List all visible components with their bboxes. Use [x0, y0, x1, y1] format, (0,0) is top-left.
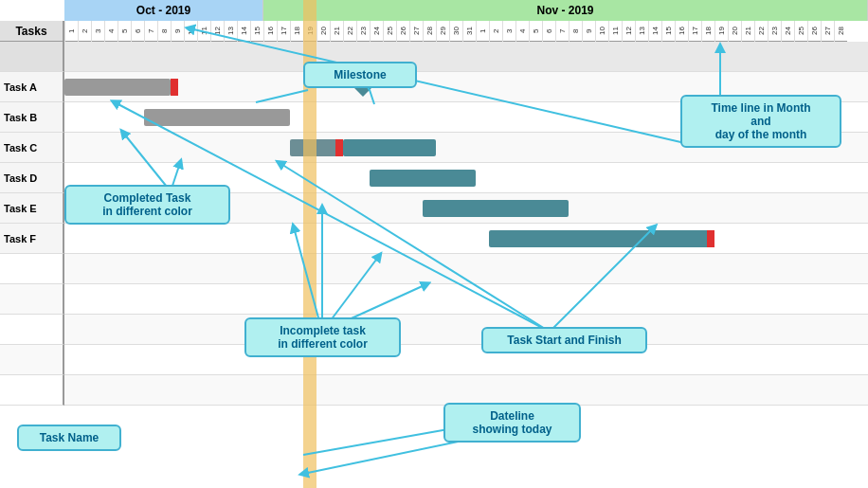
grid-row-header: [64, 42, 868, 72]
day-oct-17: 17: [277, 21, 290, 42]
day-oct-6: 6: [131, 21, 144, 42]
day-nov-17: 17: [688, 21, 701, 42]
bar-f: [489, 230, 714, 247]
bar-a-complete: [64, 79, 171, 96]
day-nov-12: 12: [622, 21, 635, 42]
day-header-row: 1234567891011121314151617181920212223242…: [64, 21, 847, 42]
task-label-extra2: [0, 284, 64, 315]
day-oct-23: 23: [356, 21, 370, 42]
day-nov-8: 8: [569, 21, 582, 42]
gantt-chart: Oct - 2019 Nov - 2019 Tasks 123456789101…: [0, 0, 868, 488]
day-oct-22: 22: [343, 21, 356, 42]
day-oct-2: 2: [78, 21, 91, 42]
day-oct-28: 28: [423, 21, 436, 42]
day-nov-11: 11: [608, 21, 622, 42]
task-label-d: Task D: [0, 163, 64, 193]
day-nov-21: 21: [741, 21, 754, 42]
grid-row-empty-1: [64, 254, 868, 284]
day-nov-26: 26: [807, 21, 821, 42]
task-label-extra1: [0, 254, 64, 284]
day-nov-19: 19: [714, 21, 728, 42]
day-oct-21: 21: [330, 21, 343, 42]
day-oct-26: 26: [396, 21, 409, 42]
callout-task-name: Task Name: [17, 425, 121, 451]
day-oct-8: 8: [157, 21, 171, 42]
grid-row-empty-3: [64, 315, 868, 345]
day-oct-27: 27: [409, 21, 423, 42]
day-oct-15: 15: [250, 21, 263, 42]
task-label-e: Task E: [0, 193, 64, 224]
day-nov-13: 13: [635, 21, 648, 42]
grid-row-empty-2: [64, 284, 868, 315]
day-nov-7: 7: [555, 21, 569, 42]
month-nov: Nov - 2019: [263, 0, 868, 21]
task-label-column: Task A Task B Task C Task D Task E Task …: [0, 42, 64, 406]
day-oct-9: 9: [171, 21, 184, 42]
day-nov-10: 10: [595, 21, 608, 42]
day-nov-2: 2: [489, 21, 502, 42]
task-label-f: Task F: [0, 224, 64, 254]
day-oct-11: 11: [197, 21, 210, 42]
bar-d: [370, 170, 476, 187]
day-oct-12: 12: [210, 21, 224, 42]
day-oct-3: 3: [91, 21, 104, 42]
task-label-a: Task A: [0, 72, 64, 102]
day-nov-18: 18: [701, 21, 714, 42]
day-oct-13: 13: [224, 21, 237, 42]
day-nov-24: 24: [781, 21, 794, 42]
month-header-row: Oct - 2019 Nov - 2019: [0, 0, 868, 21]
day-nov-5: 5: [529, 21, 542, 42]
day-oct-24: 24: [370, 21, 383, 42]
day-nov-6: 6: [542, 21, 555, 42]
day-oct-16: 16: [263, 21, 277, 42]
day-nov-15: 15: [661, 21, 675, 42]
month-oct: Oct - 2019: [64, 0, 263, 21]
callout-milestone: Milestone: [303, 62, 417, 88]
day-nov-3: 3: [502, 21, 515, 42]
callout-dateline: Datelineshowing today: [443, 403, 581, 443]
red-marker-a: [171, 79, 178, 96]
day-oct-30: 30: [449, 21, 462, 42]
day-nov-1: 1: [476, 21, 489, 42]
day-nov-14: 14: [648, 21, 661, 42]
day-nov-27: 27: [821, 21, 834, 42]
day-oct-25: 25: [383, 21, 396, 42]
day-oct-10: 10: [184, 21, 197, 42]
callout-incomplete-task: Incomplete taskin different color: [244, 317, 401, 357]
callout-task-start-finish: Task Start and Finish: [481, 327, 647, 353]
day-oct-31: 31: [462, 21, 476, 42]
day-nov-28: 28: [834, 21, 847, 42]
day-oct-14: 14: [237, 21, 250, 42]
day-nov-25: 25: [794, 21, 807, 42]
task-label-extra3: [0, 315, 64, 345]
day-nov-9: 9: [582, 21, 595, 42]
grid-row-empty-5: [64, 375, 868, 406]
day-oct-4: 4: [104, 21, 118, 42]
day-nov-16: 16: [675, 21, 688, 42]
red-marker-c: [335, 139, 343, 156]
day-oct-1: 1: [64, 21, 78, 42]
bar-c-incomplete: [343, 139, 436, 156]
day-nov-22: 22: [754, 21, 768, 42]
callout-completed-task: Completed Taskin different color: [64, 185, 230, 225]
task-label-extra5: [0, 375, 64, 406]
grid-row-empty-4: [64, 345, 868, 375]
day-nov-23: 23: [768, 21, 781, 42]
day-nov-20: 20: [728, 21, 741, 42]
tasks-header: Tasks: [0, 21, 64, 42]
day-oct-18: 18: [290, 21, 303, 42]
red-marker-f: [707, 230, 714, 247]
task-label-c: Task C: [0, 133, 64, 163]
day-oct-5: 5: [118, 21, 131, 42]
task-label-b: Task B: [0, 102, 64, 133]
day-oct-29: 29: [436, 21, 449, 42]
bar-e: [423, 200, 569, 217]
day-nov-4: 4: [515, 21, 529, 42]
bar-b: [144, 109, 290, 126]
task-label-extra4: [0, 345, 64, 375]
grid-row-f: [64, 224, 868, 254]
day-oct-7: 7: [144, 21, 157, 42]
day-oct-20: 20: [316, 21, 330, 42]
callout-timeline-month: Time line in Monthandday of the month: [680, 95, 841, 148]
task-label-tasks: [0, 42, 64, 72]
